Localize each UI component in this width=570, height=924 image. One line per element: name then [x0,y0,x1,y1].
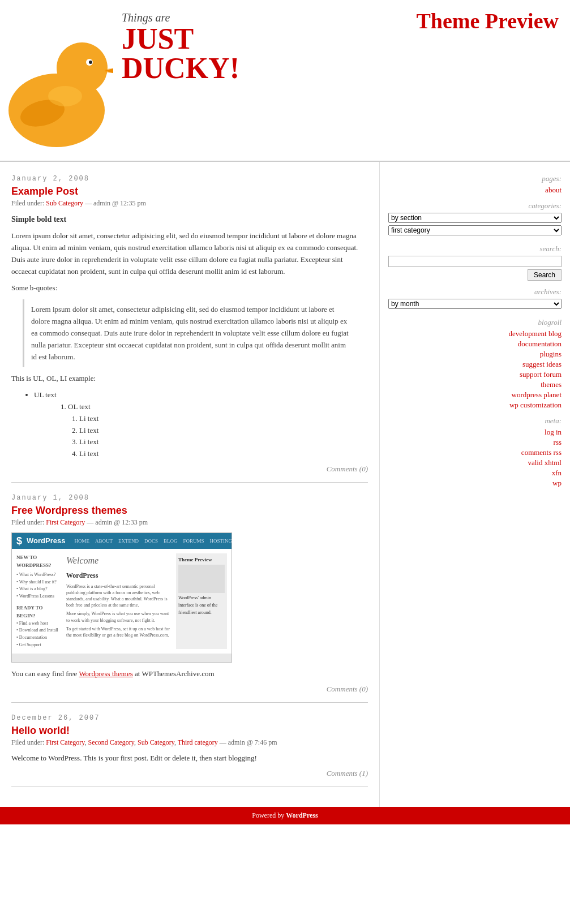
svg-point-3 [89,61,92,64]
by-month-select[interactable]: by month [388,299,562,309]
page-wrapper: January 2, 2008 Example Post Filed under… [0,162,570,807]
post-3-cat4-link[interactable]: Third category [178,738,218,746]
wp-body: NEW TO WORDPRESS? • What is WordPress? •… [12,549,232,654]
wp-sidebar-link: • Download and Install [16,627,62,634]
meta-valid-xhtml[interactable]: valid xhtml [388,458,562,467]
post-1-ul-item: UL text [34,389,368,401]
blogroll-development[interactable]: development blog [388,329,562,338]
post-3-cat3-link[interactable]: Sub Category [138,738,174,746]
post-1-title: Example Post [11,186,368,197]
meta-login[interactable]: log in [388,428,562,437]
post-1-list-label: This is UL, OL, LI example: [11,373,368,385]
main-content: January 2, 2008 Example Post Filed under… [0,162,379,807]
post-1-title-link[interactable]: Example Post [11,186,78,197]
blogroll-label: blogroll [388,318,562,327]
wordpress-themes-link[interactable]: Wordpress themes [79,669,132,678]
wp-welcome-text: WordPress is a state-of-the-art semantic… [66,583,172,609]
post-3-comments: Comments (1) [11,769,368,778]
wp-theme-preview [178,565,225,593]
post-3-cat1-link[interactable]: First Category [46,738,84,746]
archives-label: archives: [388,287,562,296]
list-item: Li text [79,425,368,437]
post-2-comments-link[interactable]: Comments (0) [327,685,368,693]
meta-xfn[interactable]: xfn [388,469,562,478]
blogroll-wordpress-planet[interactable]: wordpress planet [388,390,562,399]
wp-navbar: $ WordPress HOME ABOUT EXTEND DOCS BLOG … [12,533,232,549]
wp-sidebar-link: • Find a web host [16,620,62,628]
wp-welcome-label: Welcome [66,553,172,568]
post-3-content: Welcome to WordPress. This is your first… [11,753,368,764]
meta-comments-rss[interactable]: comments rss [388,448,562,457]
wp-logo-text: WordPress [27,535,65,547]
meta-wp[interactable]: wp [388,479,562,488]
post-3-meta: Filed under: First Category, Second Cate… [11,738,368,747]
post-1-ol-item: OL text [68,401,368,413]
post-3-cat2-link[interactable]: Second Category [88,738,135,746]
wp-nav-items: HOME ABOUT EXTEND DOCS BLOG FORUMS HOSTI… [74,537,232,545]
post-1-comments: Comments (0) [11,465,368,474]
post-3-title-link[interactable]: Hello world! [11,725,70,736]
duck-logo [0,6,113,153]
wp-admin-text: WordPress' admin interface is one of the… [178,595,225,616]
footer-wordpress-link[interactable]: WordPress [286,811,318,819]
list-item: Li text [79,436,368,448]
list-item: Li text [79,448,368,460]
site-footer: Powered by WordPress [0,807,570,824]
pages-label: pages: [388,174,562,183]
post-2-category-link[interactable]: First Category [46,518,85,526]
wp-sidebar-link: • Why should I use it? [16,579,62,586]
svg-point-7 [48,86,82,106]
post-3: December 26, 2007 Hello world! Filed und… [11,714,368,787]
post-1-category-link[interactable]: Sub Category [46,199,83,207]
post-3-text: Welcome to WordPress. This is your first… [11,753,368,764]
about-link[interactable]: about [388,186,562,195]
post-3-date: December 26, 2007 [11,714,368,722]
wp-welcome-title: WordPress [66,570,172,581]
wp-sidebar-col: NEW TO WORDPRESS? • What is WordPress? •… [16,553,62,649]
blogroll-themes[interactable]: themes [388,380,562,389]
blogroll-wp-customization[interactable]: wp customization [388,401,562,410]
blogroll-plugins[interactable]: plugins [388,350,562,359]
meta-rss[interactable]: rss [388,438,562,447]
nav-forums: FORUMS [183,537,204,545]
post-3-comments-link[interactable]: Comments (1) [327,769,368,777]
wp-sidebar-link: • Get Support [16,642,62,649]
wp-theme-label: Theme Preview [178,556,225,564]
post-3-title: Hello world! [11,725,368,737]
search-label: search: [388,244,562,253]
tagline-line2: JUST [122,24,239,54]
wp-new-to: NEW TO WORDPRESS? [16,553,62,570]
post-2-text: You can easy find free Wordpress themes … [11,668,368,680]
wordpress-screenshot: $ WordPress HOME ABOUT EXTEND DOCS BLOG … [11,532,232,663]
post-2-content: $ WordPress HOME ABOUT EXTEND DOCS BLOG … [11,532,368,680]
theme-preview-title: Theme Preview [417,8,559,33]
search-input[interactable] [388,256,562,267]
post-1-ol: OL text Li text Li text Li text Li text [68,401,368,460]
post-1-bold: Simple bold text [11,213,368,226]
categories-label: categories: [388,201,562,210]
sidebar: pages: about categories: by section firs… [379,162,570,807]
list-item: Li text [79,413,368,425]
post-2-title-link[interactable]: Free Wordpress themes [11,505,127,516]
post-1-paragraph: Lorem ipsum dolor sit amet, consectetur … [11,230,368,277]
post-1-comments-link[interactable]: Comments (0) [327,465,368,473]
first-category-select[interactable]: first category [388,225,562,235]
blogroll-suggest-ideas[interactable]: suggest ideas [388,360,562,369]
nav-hosting: HOSTING [209,537,232,545]
meta-label: meta: [388,416,562,426]
section-select[interactable]: by section [388,213,562,223]
post-1: January 2, 2008 Example Post Filed under… [11,175,368,483]
wp-right-col: Theme Preview WordPress' admin interface… [176,553,227,649]
wp-ready: READY TO BEGIN? [16,604,62,620]
blogroll-support-forum[interactable]: support forum [388,370,562,379]
post-1-li-list: Li text Li text Li text Li text [79,413,368,460]
wp-start-text: To get started with WordPress, set it up… [66,626,172,638]
post-2-comments: Comments (0) [11,685,368,694]
search-button[interactable]: Search [528,269,562,281]
wp-logo: $ [16,533,22,549]
site-header: Things are JUST DUCKY! Theme Preview [0,0,570,162]
post-2-meta: Filed under: First Category — admin @ 12… [11,518,368,527]
nav-docs: DOCS [144,537,158,545]
blogroll-documentation[interactable]: documentation [388,339,562,349]
wp-sidebar-link: • WordPress Lessons [16,593,62,600]
